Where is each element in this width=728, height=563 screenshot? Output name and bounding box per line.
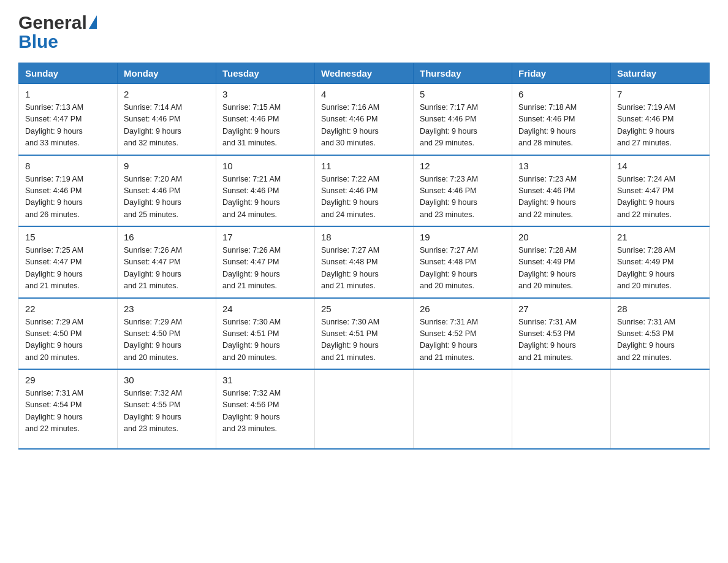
calendar-day-cell: 23Sunrise: 7:29 AMSunset: 4:50 PMDayligh… [118,298,216,370]
calendar-day-cell: 25Sunrise: 7:30 AMSunset: 4:51 PMDayligh… [315,298,414,370]
day-info: Sunrise: 7:27 AMSunset: 4:48 PMDaylight:… [420,245,506,293]
day-info: Sunrise: 7:16 AMSunset: 4:46 PMDaylight:… [321,102,407,150]
day-info: Sunrise: 7:31 AMSunset: 4:53 PMDaylight:… [617,316,703,364]
calendar-day-cell: 17Sunrise: 7:26 AMSunset: 4:47 PMDayligh… [216,226,315,298]
day-number: 23 [124,304,210,314]
calendar-day-cell [315,369,414,449]
weekday-header-row: SundayMondayTuesdayWednesdayThursdayFrid… [19,63,710,84]
day-info: Sunrise: 7:32 AMSunset: 4:56 PMDaylight:… [222,388,308,435]
calendar-day-cell: 3Sunrise: 7:15 AMSunset: 4:46 PMDaylight… [216,84,315,155]
weekday-header-saturday: Saturday [611,63,710,84]
day-number: 20 [518,232,604,242]
weekday-header-friday: Friday [512,63,611,84]
day-number: 13 [518,161,604,171]
day-number: 19 [420,232,506,242]
day-info: Sunrise: 7:22 AMSunset: 4:46 PMDaylight:… [321,174,407,221]
calendar-day-cell: 27Sunrise: 7:31 AMSunset: 4:53 PMDayligh… [512,298,611,370]
calendar-day-cell: 29Sunrise: 7:31 AMSunset: 4:54 PMDayligh… [19,369,118,449]
day-number: 24 [222,304,308,314]
day-info: Sunrise: 7:18 AMSunset: 4:46 PMDaylight:… [518,102,604,150]
day-info: Sunrise: 7:14 AMSunset: 4:46 PMDaylight:… [124,102,210,150]
calendar-day-cell [414,369,512,449]
day-info: Sunrise: 7:24 AMSunset: 4:47 PMDaylight:… [617,174,703,221]
calendar-day-cell: 31Sunrise: 7:32 AMSunset: 4:56 PMDayligh… [216,369,315,449]
day-number: 26 [420,304,506,314]
calendar-week-row: 8Sunrise: 7:19 AMSunset: 4:46 PMDaylight… [19,155,710,227]
day-info: Sunrise: 7:26 AMSunset: 4:47 PMDaylight:… [124,245,210,293]
day-info: Sunrise: 7:23 AMSunset: 4:46 PMDaylight:… [518,174,604,221]
calendar-day-cell: 9Sunrise: 7:20 AMSunset: 4:46 PMDaylight… [118,155,216,227]
calendar-day-cell: 24Sunrise: 7:30 AMSunset: 4:51 PMDayligh… [216,298,315,370]
weekday-header-tuesday: Tuesday [216,63,315,84]
calendar-day-cell: 20Sunrise: 7:28 AMSunset: 4:49 PMDayligh… [512,226,611,298]
day-info: Sunrise: 7:29 AMSunset: 4:50 PMDaylight:… [124,316,210,364]
calendar-day-cell: 13Sunrise: 7:23 AMSunset: 4:46 PMDayligh… [512,155,611,227]
calendar-day-cell: 1Sunrise: 7:13 AMSunset: 4:47 PMDaylight… [19,84,118,155]
day-info: Sunrise: 7:29 AMSunset: 4:50 PMDaylight:… [25,316,111,364]
day-number: 9 [124,161,210,171]
logo-general: General [18,12,87,33]
logo-arrow-icon [89,15,97,29]
day-info: Sunrise: 7:17 AMSunset: 4:46 PMDaylight:… [420,102,506,150]
calendar-day-cell: 18Sunrise: 7:27 AMSunset: 4:48 PMDayligh… [315,226,414,298]
weekday-header-sunday: Sunday [19,63,118,84]
weekday-header-monday: Monday [118,63,216,84]
day-info: Sunrise: 7:19 AMSunset: 4:46 PMDaylight:… [25,174,111,221]
day-number: 1 [25,89,111,99]
day-number: 12 [420,161,506,171]
calendar-day-cell: 14Sunrise: 7:24 AMSunset: 4:47 PMDayligh… [611,155,710,227]
day-number: 15 [25,232,111,242]
day-info: Sunrise: 7:13 AMSunset: 4:47 PMDaylight:… [25,102,111,150]
day-info: Sunrise: 7:31 AMSunset: 4:53 PMDaylight:… [518,316,604,364]
day-number: 18 [321,232,407,242]
day-info: Sunrise: 7:20 AMSunset: 4:46 PMDaylight:… [124,174,210,221]
day-number: 11 [321,161,407,171]
day-info: Sunrise: 7:23 AMSunset: 4:46 PMDaylight:… [420,174,506,221]
logo-blue: Blue [18,31,97,52]
calendar-table: SundayMondayTuesdayWednesdayThursdayFrid… [18,63,710,450]
weekday-header-wednesday: Wednesday [315,63,414,84]
day-number: 21 [617,232,703,242]
calendar-day-cell: 12Sunrise: 7:23 AMSunset: 4:46 PMDayligh… [414,155,512,227]
day-number: 16 [124,232,210,242]
day-number: 10 [222,161,308,171]
calendar-day-cell: 7Sunrise: 7:19 AMSunset: 4:46 PMDaylight… [611,84,710,155]
calendar-day-cell: 30Sunrise: 7:32 AMSunset: 4:55 PMDayligh… [118,369,216,449]
day-info: Sunrise: 7:31 AMSunset: 4:52 PMDaylight:… [420,316,506,364]
day-info: Sunrise: 7:19 AMSunset: 4:46 PMDaylight:… [617,102,703,150]
calendar-day-cell: 11Sunrise: 7:22 AMSunset: 4:46 PMDayligh… [315,155,414,227]
calendar-day-cell: 10Sunrise: 7:21 AMSunset: 4:46 PMDayligh… [216,155,315,227]
page-header: General Blue [18,12,710,52]
calendar-day-cell [512,369,611,449]
calendar-day-cell [611,369,710,449]
calendar-day-cell: 15Sunrise: 7:25 AMSunset: 4:47 PMDayligh… [19,226,118,298]
day-info: Sunrise: 7:27 AMSunset: 4:48 PMDaylight:… [321,245,407,293]
day-number: 4 [321,89,407,99]
calendar-body: 1Sunrise: 7:13 AMSunset: 4:47 PMDaylight… [19,84,710,450]
day-number: 8 [25,161,111,171]
calendar-day-cell: 22Sunrise: 7:29 AMSunset: 4:50 PMDayligh… [19,298,118,370]
calendar-day-cell: 21Sunrise: 7:28 AMSunset: 4:49 PMDayligh… [611,226,710,298]
calendar-week-row: 15Sunrise: 7:25 AMSunset: 4:47 PMDayligh… [19,226,710,298]
day-number: 29 [25,375,111,385]
day-number: 7 [617,89,703,99]
calendar-day-cell: 26Sunrise: 7:31 AMSunset: 4:52 PMDayligh… [414,298,512,370]
calendar-day-cell: 8Sunrise: 7:19 AMSunset: 4:46 PMDaylight… [19,155,118,227]
calendar-week-row: 1Sunrise: 7:13 AMSunset: 4:47 PMDaylight… [19,84,710,155]
day-info: Sunrise: 7:25 AMSunset: 4:47 PMDaylight:… [25,245,111,293]
day-number: 25 [321,304,407,314]
day-number: 27 [518,304,604,314]
calendar-day-cell: 28Sunrise: 7:31 AMSunset: 4:53 PMDayligh… [611,298,710,370]
day-info: Sunrise: 7:31 AMSunset: 4:54 PMDaylight:… [25,388,111,435]
calendar-week-row: 29Sunrise: 7:31 AMSunset: 4:54 PMDayligh… [19,369,710,449]
day-number: 3 [222,89,308,99]
calendar-week-row: 22Sunrise: 7:29 AMSunset: 4:50 PMDayligh… [19,298,710,370]
day-number: 31 [222,375,308,385]
calendar-day-cell: 6Sunrise: 7:18 AMSunset: 4:46 PMDaylight… [512,84,611,155]
day-info: Sunrise: 7:21 AMSunset: 4:46 PMDaylight:… [222,174,308,221]
day-info: Sunrise: 7:28 AMSunset: 4:49 PMDaylight:… [518,245,604,293]
day-number: 22 [25,304,111,314]
day-info: Sunrise: 7:28 AMSunset: 4:49 PMDaylight:… [617,245,703,293]
day-number: 28 [617,304,703,314]
day-number: 5 [420,89,506,99]
